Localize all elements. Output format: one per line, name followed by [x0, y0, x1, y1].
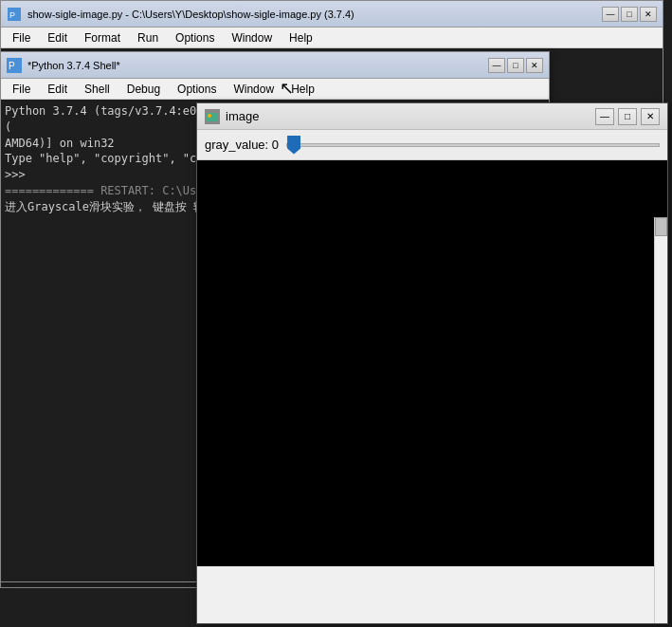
image-maximize-button[interactable]: □: [618, 108, 637, 125]
editor-maximize-button[interactable]: □: [621, 7, 638, 22]
shell-menu-file[interactable]: File: [5, 81, 38, 98]
editor-menu-format[interactable]: Format: [77, 29, 128, 46]
editor-window-controls: — □ ✕: [602, 7, 657, 22]
shell-icon: P: [7, 58, 22, 73]
image-title: image: [226, 109, 593, 123]
editor-menu-run[interactable]: Run: [130, 29, 166, 46]
shell-window-controls: — □ ✕: [488, 58, 543, 73]
image-window-controls: — □ ✕: [593, 108, 660, 125]
shell-menu-shell[interactable]: Shell: [77, 81, 118, 98]
editor-titlebar: P show-sigle-image.py - C:\Users\Y\Deskt…: [1, 1, 663, 28]
svg-point-6: [208, 114, 211, 118]
editor-menu-help[interactable]: Help: [282, 29, 320, 46]
image-title-icon: [205, 109, 220, 124]
editor-menu-options[interactable]: Options: [168, 29, 222, 46]
shell-title: *Python 3.7.4 Shell*: [27, 60, 488, 71]
image-canvas: [197, 160, 667, 566]
editor-menu-window[interactable]: Window: [224, 29, 280, 46]
scrollbar-thumb-vertical[interactable]: [655, 217, 667, 236]
shell-menu-window[interactable]: Window: [226, 81, 282, 98]
shell-prompt: >>>: [5, 168, 26, 181]
gray-value-display: 0: [272, 138, 279, 152]
image-scrollbar-vertical[interactable]: [654, 217, 667, 623]
svg-text:P: P: [9, 61, 15, 71]
gray-slider-thumb[interactable]: [287, 136, 300, 155]
image-titlebar: image — □ ✕: [197, 103, 667, 130]
editor-title: show-sigle-image.py - C:\Users\Y\Desktop…: [27, 9, 602, 20]
image-minimize-button[interactable]: —: [595, 108, 614, 125]
editor-icon: P: [7, 7, 22, 22]
editor-menu-edit[interactable]: Edit: [40, 29, 75, 46]
shell-maximize-button[interactable]: □: [507, 58, 524, 73]
shell-menu-options[interactable]: Options: [170, 81, 224, 98]
editor-menubar: File Edit Format Run Options Window Help: [1, 28, 663, 48]
shell-text-5: ============= RESTART: C:\Us...: [5, 184, 217, 197]
shell-menu-debug[interactable]: Debug: [119, 81, 168, 98]
shell-minimize-button[interactable]: —: [488, 58, 505, 73]
shell-menubar: File Edit Shell Debug Options Window Hel…: [1, 79, 549, 100]
shell-menu-help[interactable]: Help: [283, 81, 322, 98]
editor-menu-file[interactable]: File: [5, 29, 38, 46]
gray-slider-track: [286, 143, 660, 147]
svg-text:P: P: [9, 10, 15, 20]
image-close-button[interactable]: ✕: [641, 108, 660, 125]
shell-menu-edit[interactable]: Edit: [40, 81, 75, 98]
shell-close-button[interactable]: ✕: [526, 58, 543, 73]
shell-text-2: AMD64)] on win32: [5, 137, 115, 150]
editor-close-button[interactable]: ✕: [640, 7, 657, 22]
image-window: image — □ ✕ gray_value: 0: [196, 102, 668, 624]
shell-text-3: Type "help", "copyright", "cr...: [5, 152, 224, 165]
editor-minimize-button[interactable]: —: [602, 7, 619, 22]
image-toolbar: gray_value: 0: [197, 130, 667, 160]
gray-value-label: gray_value: 0: [205, 138, 279, 152]
gray-slider-container: [286, 136, 660, 155]
shell-titlebar: P *Python 3.7.4 Shell* — □ ✕: [1, 52, 549, 79]
